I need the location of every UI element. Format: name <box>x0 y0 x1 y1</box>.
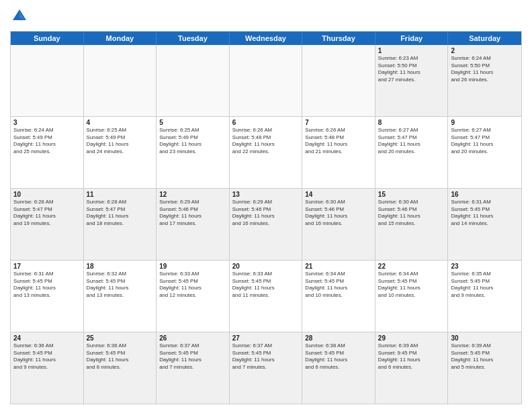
day-number: 8 <box>378 119 445 126</box>
calendar: SundayMondayTuesdayWednesdayThursdayFrid… <box>10 31 522 404</box>
calendar-cell-5-7: 30Sunrise: 6:39 AM Sunset: 5:45 PM Dayli… <box>448 332 521 404</box>
calendar-cell-1-6: 1Sunrise: 6:23 AM Sunset: 5:50 PM Daylig… <box>375 45 449 116</box>
calendar-cell-3-3: 12Sunrise: 6:29 AM Sunset: 5:46 PM Dayli… <box>157 189 230 260</box>
cell-info: Sunrise: 6:35 AM Sunset: 5:45 PM Dayligh… <box>451 271 519 299</box>
cell-info: Sunrise: 6:34 AM Sunset: 5:45 PM Dayligh… <box>305 271 372 299</box>
calendar-cell-3-4: 13Sunrise: 6:29 AM Sunset: 5:46 PM Dayli… <box>230 189 303 260</box>
cell-info: Sunrise: 6:39 AM Sunset: 9:45 PM Dayligh… <box>378 342 445 371</box>
calendar-cell-4-2: 18Sunrise: 6:32 AM Sunset: 5:45 PM Dayli… <box>84 261 157 332</box>
calendar-cell-5-6: 29Sunrise: 6:39 AM Sunset: 9:45 PM Dayli… <box>375 332 449 404</box>
cell-info: Sunrise: 6:33 AM Sunset: 5:45 PM Dayligh… <box>232 271 300 299</box>
cell-info: Sunrise: 6:29 AM Sunset: 5:46 PM Dayligh… <box>159 199 226 227</box>
calendar-cell-3-5: 14Sunrise: 6:30 AM Sunset: 5:46 PM Dayli… <box>302 189 375 260</box>
day-number: 26 <box>159 334 226 342</box>
calendar-cell-2-5: 7Sunrise: 6:26 AM Sunset: 5:48 PM Daylig… <box>302 117 375 188</box>
day-number: 6 <box>232 119 300 126</box>
cell-info: Sunrise: 6:31 AM Sunset: 5:45 PM Dayligh… <box>451 199 519 227</box>
cell-info: Sunrise: 6:24 AM Sunset: 5:50 PM Dayligh… <box>451 55 519 83</box>
cell-info: Sunrise: 6:25 AM Sunset: 5:49 PM Dayligh… <box>87 127 154 155</box>
cell-info: Sunrise: 6:27 AM Sunset: 5:47 PM Dayligh… <box>451 127 519 155</box>
calendar-cell-3-6: 15Sunrise: 6:30 AM Sunset: 5:46 PM Dayli… <box>375 189 449 260</box>
calendar-cell-1-2 <box>84 45 157 116</box>
day-number: 4 <box>87 119 154 126</box>
day-number: 25 <box>87 334 154 342</box>
day-number: 30 <box>451 334 519 342</box>
calendar-cell-2-1: 3Sunrise: 6:24 AM Sunset: 5:49 PM Daylig… <box>11 117 84 188</box>
header-day-wednesday: Wednesday <box>230 32 303 45</box>
day-number: 5 <box>159 119 226 126</box>
calendar-row-4: 17Sunrise: 6:31 AM Sunset: 5:45 PM Dayli… <box>11 260 521 332</box>
calendar-cell-2-6: 8Sunrise: 6:27 AM Sunset: 5:47 PM Daylig… <box>375 117 449 188</box>
cell-info: Sunrise: 6:26 AM Sunset: 5:48 PM Dayligh… <box>232 127 300 155</box>
day-number: 24 <box>13 334 81 342</box>
day-number: 21 <box>305 263 372 270</box>
calendar-cell-3-7: 16Sunrise: 6:31 AM Sunset: 5:45 PM Dayli… <box>448 189 521 260</box>
header-day-monday: Monday <box>84 32 157 45</box>
cell-info: Sunrise: 6:36 AM Sunset: 5:45 PM Dayligh… <box>13 342 81 371</box>
header-day-tuesday: Tuesday <box>157 32 230 45</box>
day-number: 1 <box>378 47 445 54</box>
cell-info: Sunrise: 6:39 AM Sunset: 5:45 PM Dayligh… <box>451 342 519 371</box>
calendar-cell-3-2: 11Sunrise: 6:28 AM Sunset: 5:47 PM Dayli… <box>84 189 157 260</box>
cell-info: Sunrise: 6:36 AM Sunset: 5:45 PM Dayligh… <box>87 342 154 371</box>
cell-info: Sunrise: 6:28 AM Sunset: 5:47 PM Dayligh… <box>13 199 81 227</box>
cell-info: Sunrise: 6:34 AM Sunset: 5:45 PM Dayligh… <box>378 271 445 299</box>
cell-info: Sunrise: 6:37 AM Sunset: 5:45 PM Dayligh… <box>159 342 226 371</box>
calendar-cell-2-2: 4Sunrise: 6:25 AM Sunset: 5:49 PM Daylig… <box>84 117 157 188</box>
cell-info: Sunrise: 6:28 AM Sunset: 5:47 PM Dayligh… <box>87 199 154 227</box>
cell-info: Sunrise: 6:33 AM Sunset: 5:45 PM Dayligh… <box>159 271 226 299</box>
day-number: 29 <box>378 334 445 342</box>
page: SundayMondayTuesdayWednesdayThursdayFrid… <box>0 0 532 411</box>
calendar-row-1: 1Sunrise: 6:23 AM Sunset: 5:50 PM Daylig… <box>11 45 521 116</box>
cell-info: Sunrise: 6:29 AM Sunset: 5:46 PM Dayligh… <box>232 199 300 227</box>
day-number: 13 <box>232 191 300 198</box>
calendar-row-5: 24Sunrise: 6:36 AM Sunset: 5:45 PM Dayli… <box>11 332 521 404</box>
calendar-cell-4-7: 23Sunrise: 6:35 AM Sunset: 5:45 PM Dayli… <box>448 261 521 332</box>
header-day-saturday: Saturday <box>448 32 521 45</box>
day-number: 18 <box>87 263 154 270</box>
calendar-cell-2-4: 6Sunrise: 6:26 AM Sunset: 5:48 PM Daylig… <box>230 117 303 188</box>
calendar-cell-4-5: 21Sunrise: 6:34 AM Sunset: 5:45 PM Dayli… <box>302 261 375 332</box>
day-number: 2 <box>451 47 519 54</box>
calendar-cell-4-4: 20Sunrise: 6:33 AM Sunset: 5:45 PM Dayli… <box>230 261 303 332</box>
cell-info: Sunrise: 6:23 AM Sunset: 5:50 PM Dayligh… <box>378 55 445 83</box>
calendar-cell-1-4 <box>230 45 303 116</box>
logo-icon <box>10 7 29 26</box>
cell-info: Sunrise: 6:38 AM Sunset: 5:45 PM Dayligh… <box>305 342 372 371</box>
calendar-cell-4-6: 22Sunrise: 6:34 AM Sunset: 5:45 PM Dayli… <box>375 261 449 332</box>
cell-info: Sunrise: 6:30 AM Sunset: 5:46 PM Dayligh… <box>305 199 372 227</box>
calendar-row-2: 3Sunrise: 6:24 AM Sunset: 5:49 PM Daylig… <box>11 116 521 188</box>
day-number: 19 <box>159 263 226 270</box>
day-number: 10 <box>13 191 81 198</box>
calendar-cell-1-1 <box>11 45 84 116</box>
cell-info: Sunrise: 6:24 AM Sunset: 5:49 PM Dayligh… <box>13 127 81 155</box>
header-day-sunday: Sunday <box>11 32 84 45</box>
calendar-row-3: 10Sunrise: 6:28 AM Sunset: 5:47 PM Dayli… <box>11 188 521 260</box>
cell-info: Sunrise: 6:26 AM Sunset: 5:48 PM Dayligh… <box>305 127 372 155</box>
day-number: 20 <box>232 263 300 270</box>
day-number: 23 <box>451 263 519 270</box>
header <box>10 7 522 26</box>
day-number: 27 <box>232 334 300 342</box>
logo <box>10 7 32 26</box>
header-day-thursday: Thursday <box>302 32 375 45</box>
day-number: 15 <box>378 191 445 198</box>
day-number: 17 <box>13 263 81 270</box>
calendar-cell-3-1: 10Sunrise: 6:28 AM Sunset: 5:47 PM Dayli… <box>11 189 84 260</box>
calendar-cell-1-3 <box>157 45 230 116</box>
day-number: 28 <box>305 334 372 342</box>
header-day-friday: Friday <box>375 32 449 45</box>
day-number: 12 <box>159 191 226 198</box>
day-number: 16 <box>451 191 519 198</box>
day-number: 9 <box>451 119 519 126</box>
day-number: 7 <box>305 119 372 126</box>
calendar-cell-5-5: 28Sunrise: 6:38 AM Sunset: 5:45 PM Dayli… <box>302 332 375 404</box>
cell-info: Sunrise: 6:31 AM Sunset: 5:45 PM Dayligh… <box>13 271 81 299</box>
calendar-cell-4-3: 19Sunrise: 6:33 AM Sunset: 5:45 PM Dayli… <box>157 261 230 332</box>
calendar-cell-1-5 <box>302 45 375 116</box>
cell-info: Sunrise: 6:30 AM Sunset: 5:46 PM Dayligh… <box>378 199 445 227</box>
calendar-body: 1Sunrise: 6:23 AM Sunset: 5:50 PM Daylig… <box>11 45 521 404</box>
calendar-cell-5-3: 26Sunrise: 6:37 AM Sunset: 5:45 PM Dayli… <box>157 332 230 404</box>
day-number: 14 <box>305 191 372 198</box>
cell-info: Sunrise: 6:37 AM Sunset: 5:45 PM Dayligh… <box>232 342 300 371</box>
